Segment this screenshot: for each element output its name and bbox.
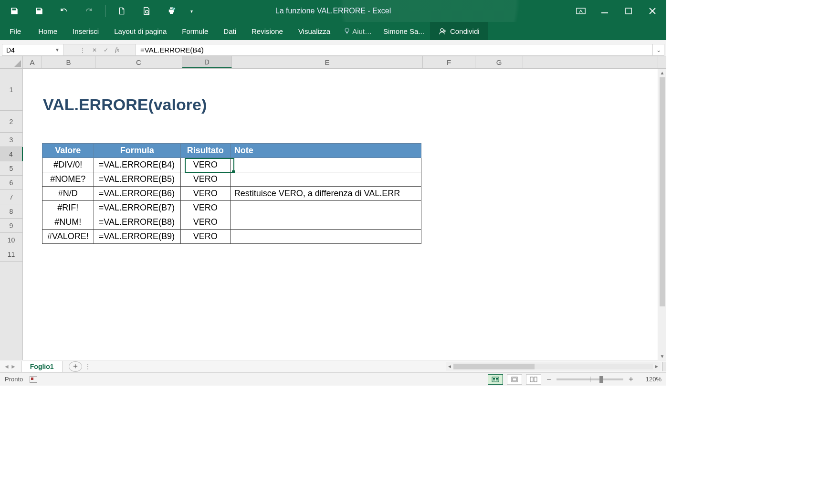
row-header-10[interactable]: 10	[0, 233, 22, 247]
table-cell[interactable]: Restituisce VERO, a differenza di VAL.ER…	[230, 187, 421, 201]
row-header-7[interactable]: 7	[0, 190, 22, 204]
table-cell[interactable]	[230, 230, 421, 244]
row-header-2[interactable]: 2	[0, 111, 22, 133]
insert-function-icon[interactable]: fx	[115, 46, 119, 53]
new-file-icon[interactable]	[111, 0, 132, 21]
table-cell[interactable]: =VAL.ERRORE(B7)	[94, 201, 180, 215]
scroll-gutter	[658, 56, 666, 68]
scroll-right-icon[interactable]: ►	[653, 364, 661, 369]
save-icon[interactable]	[29, 0, 50, 21]
table-cell[interactable]: #NOME?	[42, 172, 94, 187]
zoom-in-button[interactable]: ＋	[627, 374, 635, 384]
customize-qat-icon[interactable]: ▾	[186, 0, 197, 21]
hscroll-thumb[interactable]	[453, 364, 535, 369]
chevron-down-icon[interactable]: ▼	[55, 47, 60, 52]
cells-area[interactable]: VAL.ERRORE(valore) ValoreFormulaRisultat…	[23, 69, 658, 360]
tab-dati[interactable]: Dati	[216, 22, 244, 40]
row-header-11[interactable]: 11	[0, 247, 22, 262]
table-cell[interactable]	[230, 215, 421, 230]
add-sheet-button[interactable]: ＋	[69, 361, 82, 372]
sheet-next-icon[interactable]: ►	[10, 363, 16, 370]
scroll-left-icon[interactable]: ◄	[446, 364, 453, 369]
more-icon[interactable]: ⋮	[80, 47, 85, 53]
horizontal-scrollbar[interactable]: ◄ ►	[446, 362, 661, 371]
tab-home[interactable]: Home	[31, 22, 65, 40]
view-page-break-icon[interactable]	[526, 374, 541, 385]
row-header-8[interactable]: 8	[0, 204, 22, 219]
scroll-up-icon[interactable]: ▲	[658, 69, 666, 76]
column-header-C[interactable]: C	[95, 56, 182, 68]
save-icon[interactable]	[4, 0, 25, 21]
name-box[interactable]: D4 ▼	[2, 44, 64, 56]
row-header-4[interactable]: 4	[0, 147, 23, 161]
table-cell[interactable]: VERO	[180, 187, 230, 201]
redo-icon[interactable]	[78, 0, 99, 21]
column-header-B[interactable]: B	[42, 56, 95, 68]
quick-print-icon[interactable]	[161, 0, 182, 21]
table-cell[interactable]: VERO	[180, 158, 230, 172]
enter-icon[interactable]: ✓	[104, 47, 108, 53]
scroll-down-icon[interactable]: ▼	[658, 352, 666, 360]
tab-file[interactable]: File	[0, 22, 31, 40]
zoom-out-button[interactable]: −	[545, 375, 553, 384]
table-cell[interactable]: =VAL.ERRORE(B6)	[94, 187, 180, 201]
minimize-icon[interactable]	[595, 0, 615, 21]
zoom-knob[interactable]	[599, 376, 603, 383]
sheet-prev-icon[interactable]: ◄	[4, 363, 10, 370]
tab-revisione[interactable]: Revisione	[244, 22, 291, 40]
table-cell[interactable]: =VAL.ERRORE(B4)	[94, 158, 180, 172]
table-cell[interactable]: VERO	[180, 230, 230, 244]
tab-formule[interactable]: Formule	[174, 22, 216, 40]
column-header-E[interactable]: E	[232, 56, 423, 68]
zoom-slider[interactable]	[556, 378, 623, 380]
row-header-6[interactable]: 6	[0, 176, 22, 190]
column-header-F[interactable]: F	[423, 56, 475, 68]
maximize-icon[interactable]	[619, 0, 639, 21]
sheet-tab-active[interactable]: Foglio1	[21, 361, 63, 372]
row-header-5[interactable]: 5	[0, 161, 22, 176]
hscroll-track[interactable]	[453, 364, 653, 369]
view-normal-icon[interactable]	[488, 374, 503, 385]
row-header-1[interactable]: 1	[0, 69, 22, 111]
table-cell[interactable]	[230, 172, 421, 187]
column-header-G[interactable]: G	[475, 56, 523, 68]
column-header-D[interactable]: D	[182, 56, 232, 68]
tell-me-search[interactable]: Aiut…	[338, 22, 378, 40]
table-cell[interactable]: #RIF!	[42, 201, 94, 215]
tab-visualizza[interactable]: Visualizza	[291, 22, 338, 40]
scroll-thumb[interactable]	[660, 77, 665, 306]
sheet-split-icon[interactable]: ⋮	[82, 363, 94, 370]
print-preview-icon[interactable]	[136, 0, 157, 21]
tab-inserisci[interactable]: Inserisci	[65, 22, 106, 40]
close-icon[interactable]	[642, 0, 662, 21]
macro-recorder-icon[interactable]	[30, 376, 37, 383]
table-cell[interactable]	[230, 201, 421, 215]
table-cell[interactable]: #N/D	[42, 187, 94, 201]
table-cell[interactable]: VERO	[180, 201, 230, 215]
row-header-9[interactable]: 9	[0, 219, 22, 233]
zoom-percent[interactable]: 120%	[639, 376, 662, 383]
undo-icon[interactable]	[53, 0, 74, 21]
signed-in-user[interactable]: Simone Sa...	[378, 22, 430, 40]
column-header-A[interactable]: A	[23, 56, 42, 68]
vertical-scrollbar[interactable]: ▲ ▼	[658, 69, 666, 360]
table-cell[interactable]: =VAL.ERRORE(B9)	[94, 230, 180, 244]
select-all-corner[interactable]	[0, 56, 23, 68]
expand-formula-bar-icon[interactable]: ⌄	[653, 44, 664, 56]
table-cell[interactable]: =VAL.ERRORE(B8)	[94, 215, 180, 230]
table-cell[interactable]: #VALORE!	[42, 230, 94, 244]
table-cell[interactable]: VERO	[180, 172, 230, 187]
table-cell[interactable]: =VAL.ERRORE(B5)	[94, 172, 180, 187]
table-cell[interactable]	[230, 158, 421, 172]
formula-input[interactable]: =VAL.ERRORE(B4)	[136, 44, 653, 56]
cancel-icon[interactable]: ✕	[92, 47, 97, 53]
table-cell[interactable]: #DIV/0!	[42, 158, 94, 172]
view-page-layout-icon[interactable]	[507, 374, 522, 385]
share-button[interactable]: Condividi	[430, 22, 488, 40]
split-handle[interactable]	[662, 362, 666, 371]
tab-layout[interactable]: Layout di pagina	[106, 22, 174, 40]
row-header-3[interactable]: 3	[0, 133, 22, 147]
ribbon-options-icon[interactable]	[571, 0, 591, 21]
table-cell[interactable]: VERO	[180, 215, 230, 230]
table-cell[interactable]: #NUM!	[42, 215, 94, 230]
